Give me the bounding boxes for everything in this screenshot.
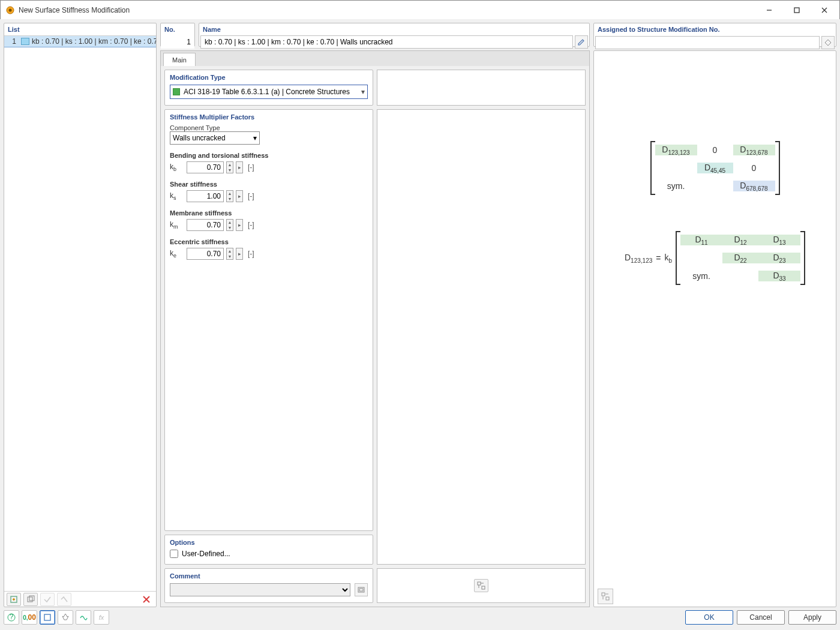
user-defined-checkbox[interactable]: User-Defined...: [170, 550, 368, 558]
svg-rect-18: [606, 597, 609, 600]
kb-row: kb ▲▼ ▸ [-]: [170, 161, 368, 173]
cancel-button[interactable]: Cancel: [737, 610, 785, 625]
include-button: [40, 593, 55, 606]
ks-spinner[interactable]: ▲▼: [226, 190, 233, 202]
kb-input[interactable]: [187, 161, 224, 173]
help-button[interactable]: ?: [4, 610, 19, 625]
modification-type-title: Modification Type: [170, 74, 368, 81]
minimize-button[interactable]: [755, 1, 783, 20]
comment-select[interactable]: [170, 583, 350, 596]
bending-label: Bending and torsional stiffness: [170, 152, 368, 159]
apply-button[interactable]: Apply: [788, 610, 836, 625]
ke-spinner[interactable]: ▲▼: [226, 248, 233, 260]
component-type-value: Walls uncracked: [173, 134, 226, 142]
copy-item-button[interactable]: [23, 593, 38, 606]
name-panel: Name: [199, 23, 590, 47]
comment-group: Comment: [164, 568, 373, 603]
km-menu[interactable]: ▸: [236, 219, 243, 231]
modification-type-value: ACI 318-19 Table 6.6.3.1.1 (a) | Concret…: [184, 88, 361, 96]
tabstrip: Main: [160, 50, 590, 66]
preview-settings-button[interactable]: [598, 589, 613, 604]
pick-assigned-button[interactable]: [821, 36, 835, 49]
list-item-num: 1: [4, 37, 19, 46]
units-button[interactable]: 0,00: [22, 610, 37, 625]
ok-button[interactable]: OK: [685, 610, 733, 625]
center-empty-panel: [377, 109, 586, 565]
new-item-button[interactable]: [7, 593, 21, 606]
type-color-swatch: [173, 88, 180, 95]
svg-rect-23: [44, 614, 50, 620]
list-item[interactable]: 1 kb : 0.70 | ks : 1.00 | km : 0.70 | ke…: [4, 36, 156, 47]
tab-main[interactable]: Main: [163, 53, 196, 66]
assigned-input[interactable]: [595, 36, 820, 49]
eccentric-label: Eccentric stiffness: [170, 238, 368, 245]
list-body[interactable]: 1 kb : 0.70 | ks : 1.00 | km : 0.70 | ke…: [4, 36, 156, 591]
svg-rect-9: [28, 597, 32, 602]
membrane-label: Membrane stiffness: [170, 209, 368, 217]
eq-sign: =: [656, 253, 661, 263]
kb-spinner[interactable]: ▲▼: [226, 161, 233, 173]
window-title: New Surface Stiffness Modification: [19, 6, 755, 14]
list-panel: List 1 kb : 0.70 | ks : 1.00 | km : 0.70…: [4, 23, 157, 607]
view-mode-2-button[interactable]: [58, 610, 73, 625]
view-mode-1-button[interactable]: [40, 610, 55, 625]
main-panel: Main Modification Type ACI 318-19 Table …: [160, 50, 590, 607]
list-item-text: kb : 0.70 | ks : 1.00 | km : 0.70 | ke :…: [32, 37, 156, 46]
assigned-panel: Assigned to Structure Modification No.: [593, 23, 836, 47]
maximize-button[interactable]: [783, 1, 811, 20]
info-placeholder: [377, 70, 586, 106]
ke-unit: [-]: [248, 250, 254, 258]
ks-input[interactable]: [187, 190, 224, 202]
options-group: Options User-Defined...: [164, 535, 373, 565]
no-input[interactable]: [161, 35, 194, 49]
ks-symbol: ks: [170, 191, 184, 201]
kb-unit: [-]: [248, 163, 254, 172]
user-defined-label: User-Defined...: [182, 550, 230, 558]
matrix-2: D123,123 = kb D11D12D13 D22D23 sym.D33: [625, 231, 805, 285]
matrix2-lhs: D123,123: [625, 253, 652, 264]
modification-type-group: Modification Type ACI 318-19 Table 6.6.3…: [164, 70, 373, 106]
ke-symbol: ke: [170, 249, 184, 259]
modification-type-select[interactable]: ACI 318-19 Table 6.6.3.1.1 (a) | Concret…: [170, 85, 368, 99]
function-button: fx: [94, 610, 109, 625]
app-icon: [5, 5, 15, 15]
ks-menu[interactable]: ▸: [236, 190, 243, 202]
ks-unit: [-]: [248, 192, 254, 200]
svg-rect-3: [794, 8, 799, 13]
ks-row: ks ▲▼ ▸ [-]: [170, 190, 368, 202]
component-type-select[interactable]: Walls uncracked ▾: [170, 131, 260, 145]
comment-library-button[interactable]: [355, 583, 368, 596]
kb-symbol: kb: [170, 163, 184, 172]
comment-extra-panel: [377, 568, 586, 603]
km-row: km ▲▼ ▸ [-]: [170, 219, 368, 231]
ke-row: ke ▲▼ ▸ [-]: [170, 248, 368, 260]
ke-menu[interactable]: ▸: [236, 248, 243, 260]
view-mode-3-button[interactable]: [76, 610, 91, 625]
options-title: Options: [170, 539, 368, 546]
name-input[interactable]: [200, 35, 573, 49]
svg-point-1: [9, 8, 12, 11]
svg-rect-16: [482, 586, 485, 589]
user-defined-input[interactable]: [170, 550, 178, 558]
svg-rect-10: [29, 596, 34, 601]
factors-title: Stiffness Multiplier Factors: [170, 113, 368, 121]
svg-rect-14: [359, 589, 363, 591]
transform-button[interactable]: [474, 579, 488, 592]
component-type-label: Component Type: [170, 124, 368, 131]
shear-label: Shear stiffness: [170, 181, 368, 188]
ke-input[interactable]: [187, 248, 224, 260]
bottom-bar: ? 0,00 fx OK Cancel Apply: [4, 608, 836, 626]
list-toolbar: [4, 591, 156, 607]
edit-name-button[interactable]: [575, 35, 588, 49]
km-input[interactable]: [187, 219, 224, 231]
list-item-swatch: [21, 38, 29, 45]
km-spinner[interactable]: ▲▼: [226, 219, 233, 231]
delete-item-button[interactable]: [139, 593, 154, 606]
titlebar: New Surface Stiffness Modification: [1, 1, 839, 20]
svg-rect-15: [478, 582, 481, 585]
km-symbol: km: [170, 220, 184, 230]
kb-menu[interactable]: ▸: [236, 161, 243, 173]
chevron-down-icon: ▾: [361, 88, 365, 96]
close-button[interactable]: [811, 1, 838, 20]
svg-rect-17: [602, 593, 605, 596]
